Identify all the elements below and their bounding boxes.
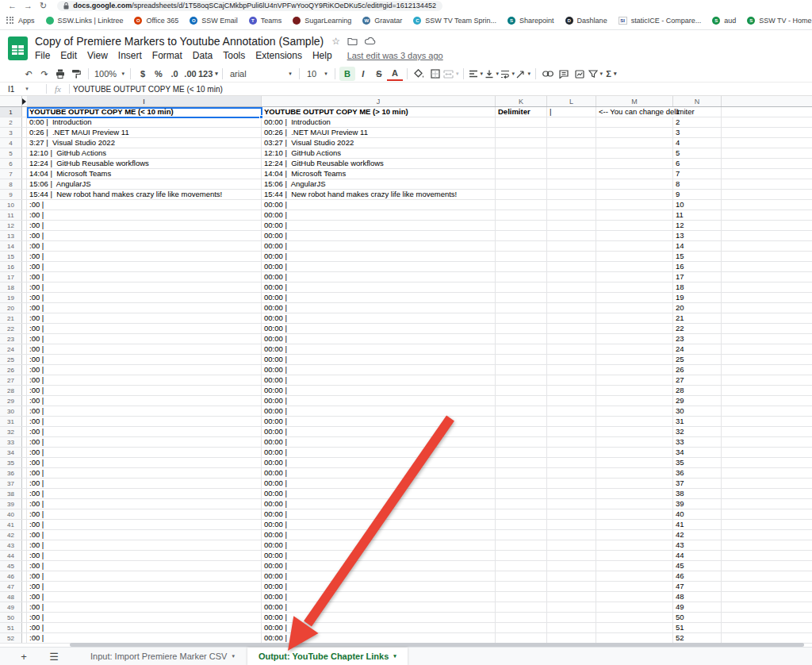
cell-N26[interactable]: 26 [673,365,722,375]
row-header-29[interactable]: 29 [0,396,22,406]
row-header-37[interactable]: 37 [0,479,22,488]
cell-N31[interactable]: 31 [673,417,722,426]
cell-K22[interactable] [496,324,547,333]
cell-K52[interactable] [496,633,547,643]
bookmark-item[interactable]: SSharepoint [508,17,554,25]
row-header-21[interactable]: 21 [0,313,22,323]
cell-J31[interactable]: 00:00 | [262,417,496,426]
row-header-33[interactable]: 33 [0,437,22,447]
forward-button[interactable]: → [24,0,33,11]
cell-I45[interactable]: :00 | [27,561,262,571]
cell-L19[interactable] [547,293,596,302]
cell-I22[interactable]: :00 | [27,324,262,333]
cell-L16[interactable] [547,262,596,271]
paint-format-button[interactable] [68,67,84,81]
row-header-23[interactable]: 23 [0,334,22,344]
cell-N50[interactable]: 50 [673,613,722,622]
cell-M6[interactable] [596,159,673,168]
cell-M37[interactable] [596,479,673,488]
cell-K37[interactable] [496,479,547,488]
cell-L30[interactable] [547,406,596,416]
cell-J1[interactable]: YOUTUBE OUTPUT COPY ME (> 10 min) [262,107,496,117]
cell-M30[interactable] [596,406,673,416]
cell-K41[interactable] [496,520,547,529]
cell-J48[interactable]: 00:00 | [262,592,496,602]
cell-N41[interactable]: 41 [673,520,722,529]
cell-L11[interactable] [547,210,596,220]
row-header-40[interactable]: 40 [0,509,22,519]
row-header-19[interactable]: 19 [0,293,22,302]
row-header-11[interactable]: 11 [0,210,22,220]
vertical-align-button[interactable]: ▾ [484,67,500,81]
sheet-tab-output[interactable]: Output: YouTube Chapter Links▾ [247,648,408,665]
cell-N27[interactable]: 27 [673,375,722,385]
cell-N12[interactable]: 12 [673,221,722,230]
cell-K46[interactable] [496,571,547,581]
column-header-M[interactable]: M [596,96,673,106]
row-header-35[interactable]: 35 [0,458,22,467]
cell-I21[interactable]: :00 | [27,313,262,323]
cell-I35[interactable]: :00 | [27,458,262,467]
cell-J37[interactable]: 00:00 | [262,479,496,488]
cell-M40[interactable] [596,509,673,519]
cell-I20[interactable]: :00 | [27,303,262,313]
cell-N2[interactable]: 2 [673,117,722,127]
cell-M22[interactable] [596,324,673,333]
cell-J13[interactable]: 00:00 | [262,231,496,240]
cell-K39[interactable] [496,499,547,509]
cell-J17[interactable]: 00:00 | [262,272,496,282]
cell-I19[interactable]: :00 | [27,293,262,302]
cell-J26[interactable]: 00:00 | [262,365,496,375]
cell-I48[interactable]: :00 | [27,592,262,602]
cell-K25[interactable] [496,355,547,364]
cell-L8[interactable] [547,179,596,189]
row-header-27[interactable]: 27 [0,375,22,385]
row-header-14[interactable]: 14 [0,241,22,251]
cell-M34[interactable] [596,448,673,457]
cell-K26[interactable] [496,365,547,375]
row-header-2[interactable]: 2 [0,117,22,127]
cell-I17[interactable]: :00 | [27,272,262,282]
cell-L37[interactable] [547,479,596,488]
cell-J12[interactable]: 00:00 | [262,221,496,230]
row-header-26[interactable]: 26 [0,365,22,375]
text-color-button[interactable]: A [387,67,403,81]
bookmark-item[interactable]: Saud [712,17,736,25]
cell-L51[interactable] [547,623,596,632]
cell-K29[interactable] [496,396,547,406]
cell-K38[interactable] [496,489,547,498]
menu-file[interactable]: File [35,50,50,61]
menu-view[interactable]: View [87,50,108,61]
cell-M9[interactable] [596,190,673,199]
cell-I27[interactable]: :00 | [27,375,262,385]
row-header-43[interactable]: 43 [0,540,22,550]
merge-cells-button[interactable]: ▾ [443,67,459,81]
cell-M2[interactable] [596,117,673,127]
cell-K32[interactable] [496,427,547,436]
name-box[interactable]: I1▾ [0,83,46,95]
row-header-5[interactable]: 5 [0,148,22,158]
cell-I34[interactable]: :00 | [27,448,262,457]
cell-K50[interactable] [496,613,547,622]
cell-L46[interactable] [547,571,596,581]
cell-L17[interactable] [547,272,596,282]
bookmark-item[interactable]: Apps [6,17,35,25]
cell-L40[interactable] [547,509,596,519]
row-header-24[interactable]: 24 [0,344,22,354]
cell-K34[interactable] [496,448,547,457]
menu-insert[interactable]: Insert [118,50,142,61]
cell-J51[interactable]: 00:00 | [262,623,496,632]
cell-J52[interactable]: 00:00 | [262,633,496,643]
cell-K5[interactable] [496,148,547,158]
cell-N18[interactable]: 18 [673,283,722,292]
sheet-tab-input[interactable]: Input: Import Premiere Marker CSV▾ [79,648,246,665]
cell-I46[interactable]: :00 | [27,571,262,581]
cell-I15[interactable]: :00 | [27,252,262,261]
cell-N52[interactable]: 52 [673,633,722,643]
cell-N10[interactable]: 10 [673,200,722,209]
cell-K27[interactable] [496,375,547,385]
cell-K6[interactable] [496,159,547,168]
cell-I29[interactable]: :00 | [27,396,262,406]
cell-N16[interactable]: 16 [673,262,722,271]
row-header-17[interactable]: 17 [0,272,22,282]
